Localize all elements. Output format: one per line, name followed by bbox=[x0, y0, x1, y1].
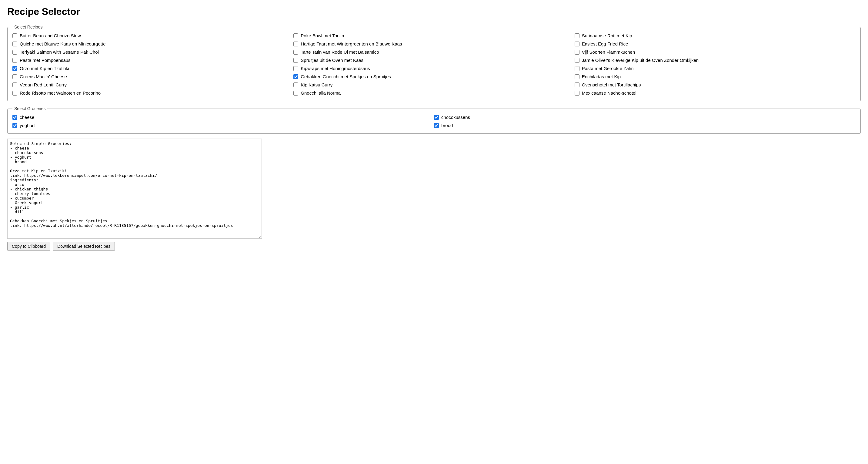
recipe-item: Kip Katsu Curry bbox=[293, 82, 574, 88]
recipe-label[interactable]: Rode Risotto met Walnoten en Pecorino bbox=[20, 90, 101, 95]
grocery-checkbox[interactable] bbox=[434, 123, 439, 128]
recipe-item: Kipwraps met Honingmosterdsaus bbox=[293, 65, 574, 71]
copy-button[interactable]: Copy to Clipboard bbox=[7, 242, 50, 251]
recipe-checkbox[interactable] bbox=[293, 33, 298, 38]
recipe-item: Pasta met Gerookte Zalm bbox=[575, 65, 856, 71]
recipe-checkbox[interactable] bbox=[293, 83, 298, 87]
recipe-item: Butter Bean and Chorizo Stew bbox=[12, 32, 293, 39]
recipe-item: Teriyaki Salmon with Sesame Pak Choi bbox=[12, 49, 293, 55]
recipe-item: Tarte Tatin van Rode Ui met Balsamico bbox=[293, 49, 574, 55]
download-button[interactable]: Download Selected Recipes bbox=[53, 242, 115, 251]
recipe-label[interactable]: Kipwraps met Honingmosterdsaus bbox=[301, 66, 370, 71]
recipe-checkbox[interactable] bbox=[575, 50, 580, 55]
recipe-checkbox[interactable] bbox=[293, 66, 298, 71]
recipe-item: Vijf Soorten Flammkuchen bbox=[575, 49, 856, 55]
recipe-label[interactable]: Pasta met Gerookte Zalm bbox=[582, 66, 634, 71]
recipe-item: Orzo met Kip en Tzatziki bbox=[12, 65, 293, 71]
groceries-legend: Select Groceries bbox=[12, 106, 47, 111]
grocery-checkbox[interactable] bbox=[12, 123, 17, 128]
grocery-label[interactable]: chocokussens bbox=[441, 115, 470, 120]
recipe-item: Spruitjes uit de Oven met Kaas bbox=[293, 57, 574, 63]
recipe-label[interactable]: Poke Bowl met Tonijn bbox=[301, 33, 344, 38]
recipes-grid: Butter Bean and Chorizo StewQuiche met B… bbox=[12, 32, 856, 96]
recipe-item: Hartige Taart met Wintergroenten en Blau… bbox=[293, 41, 574, 47]
recipe-label[interactable]: Surinaamse Roti met Kip bbox=[582, 33, 632, 38]
recipe-checkbox[interactable] bbox=[293, 74, 298, 79]
recipe-item: Greens Mac 'n' Cheese bbox=[12, 74, 293, 80]
recipe-item: Gebakken Gnocchi met Spekjes en Spruitje… bbox=[293, 74, 574, 80]
grocery-item: cheese bbox=[12, 114, 434, 120]
recipe-item: Gnocchi alla Norma bbox=[293, 90, 574, 96]
recipe-item: Enchiladas met Kip bbox=[575, 74, 856, 80]
recipe-label[interactable]: Hartige Taart met Wintergroenten en Blau… bbox=[301, 41, 402, 47]
recipe-label[interactable]: Vegan Red Lentil Curry bbox=[20, 82, 67, 87]
recipe-checkbox[interactable] bbox=[575, 74, 580, 79]
groceries-grid: cheeseyoghurtchocokussensbrood bbox=[12, 114, 856, 128]
recipe-label[interactable]: Easiest Egg Fried Rice bbox=[582, 41, 628, 47]
recipe-checkbox[interactable] bbox=[575, 83, 580, 87]
recipe-item: Pasta met Pompoensaus bbox=[12, 57, 293, 63]
recipe-checkbox[interactable] bbox=[575, 91, 580, 95]
recipe-checkbox[interactable] bbox=[293, 50, 298, 55]
recipe-label[interactable]: Enchiladas met Kip bbox=[582, 74, 621, 79]
recipe-item: Surinaamse Roti met Kip bbox=[575, 32, 856, 39]
grocery-item: chocokussens bbox=[434, 114, 856, 120]
recipe-checkbox[interactable] bbox=[293, 91, 298, 95]
recipes-fieldset: Select Recipes Butter Bean and Chorizo S… bbox=[7, 25, 861, 101]
recipe-item: Jamie Oliver's Kleverige Kip uit de Oven… bbox=[575, 57, 856, 63]
recipe-label[interactable]: Quiche met Blauwe Kaas en Minicourgette bbox=[20, 41, 105, 47]
grocery-label[interactable]: yoghurt bbox=[20, 123, 35, 128]
recipe-label[interactable]: Mexicaanse Nacho-schotel bbox=[582, 90, 637, 95]
grocery-checkbox[interactable] bbox=[12, 115, 17, 120]
recipe-label[interactable]: Pasta met Pompoensaus bbox=[20, 58, 71, 63]
recipe-label[interactable]: Butter Bean and Chorizo Stew bbox=[20, 33, 81, 38]
recipe-checkbox[interactable] bbox=[293, 41, 298, 47]
recipe-checkbox[interactable] bbox=[575, 66, 580, 71]
recipe-checkbox[interactable] bbox=[12, 74, 17, 79]
grocery-label[interactable]: brood bbox=[441, 123, 453, 128]
grocery-checkbox[interactable] bbox=[434, 115, 439, 120]
recipe-label[interactable]: Ovenschotel met Tortillachips bbox=[582, 82, 641, 87]
recipe-checkbox[interactable] bbox=[12, 83, 17, 87]
recipe-label[interactable]: Gnocchi alla Norma bbox=[301, 90, 341, 95]
recipe-label[interactable]: Greens Mac 'n' Cheese bbox=[20, 74, 67, 79]
page-title: Recipe Selector bbox=[7, 6, 861, 17]
recipe-item: Vegan Red Lentil Curry bbox=[12, 82, 293, 88]
recipe-label[interactable]: Vijf Soorten Flammkuchen bbox=[582, 50, 635, 55]
groceries-fieldset: Select Groceries cheeseyoghurtchocokusse… bbox=[7, 106, 861, 134]
recipe-label[interactable]: Jamie Oliver's Kleverige Kip uit de Oven… bbox=[582, 58, 699, 63]
grocery-label[interactable]: cheese bbox=[20, 115, 34, 120]
recipe-item: Easiest Egg Fried Rice bbox=[575, 41, 856, 47]
recipe-checkbox[interactable] bbox=[575, 41, 580, 47]
recipe-checkbox[interactable] bbox=[575, 33, 580, 38]
recipe-checkbox[interactable] bbox=[12, 33, 17, 38]
recipe-item: Rode Risotto met Walnoten en Pecorino bbox=[12, 90, 293, 96]
recipe-checkbox[interactable] bbox=[12, 91, 17, 95]
recipe-checkbox[interactable] bbox=[575, 58, 580, 63]
recipe-label[interactable]: Teriyaki Salmon with Sesame Pak Choi bbox=[20, 50, 99, 55]
grocery-item: brood bbox=[434, 122, 856, 128]
recipe-item: Poke Bowl met Tonijn bbox=[293, 32, 574, 39]
recipe-checkbox[interactable] bbox=[12, 50, 17, 55]
recipes-legend: Select Recipes bbox=[12, 25, 44, 29]
recipe-checkbox[interactable] bbox=[12, 66, 17, 71]
recipe-label[interactable]: Tarte Tatin van Rode Ui met Balsamico bbox=[301, 50, 379, 55]
recipe-checkbox[interactable] bbox=[293, 58, 298, 63]
recipe-item: Mexicaanse Nacho-schotel bbox=[575, 90, 856, 96]
recipe-item: Quiche met Blauwe Kaas en Minicourgette bbox=[12, 41, 293, 47]
recipe-checkbox[interactable] bbox=[12, 41, 17, 47]
recipe-label[interactable]: Orzo met Kip en Tzatziki bbox=[20, 66, 69, 71]
button-row: Copy to Clipboard Download Selected Reci… bbox=[7, 242, 861, 251]
recipe-checkbox[interactable] bbox=[12, 58, 17, 63]
recipe-label[interactable]: Gebakken Gnocchi met Spekjes en Spruitje… bbox=[301, 74, 391, 79]
output-textarea[interactable] bbox=[7, 139, 262, 239]
recipe-label[interactable]: Kip Katsu Curry bbox=[301, 82, 333, 87]
grocery-item: yoghurt bbox=[12, 122, 434, 128]
recipe-label[interactable]: Spruitjes uit de Oven met Kaas bbox=[301, 58, 363, 63]
recipe-item: Ovenschotel met Tortillachips bbox=[575, 82, 856, 88]
